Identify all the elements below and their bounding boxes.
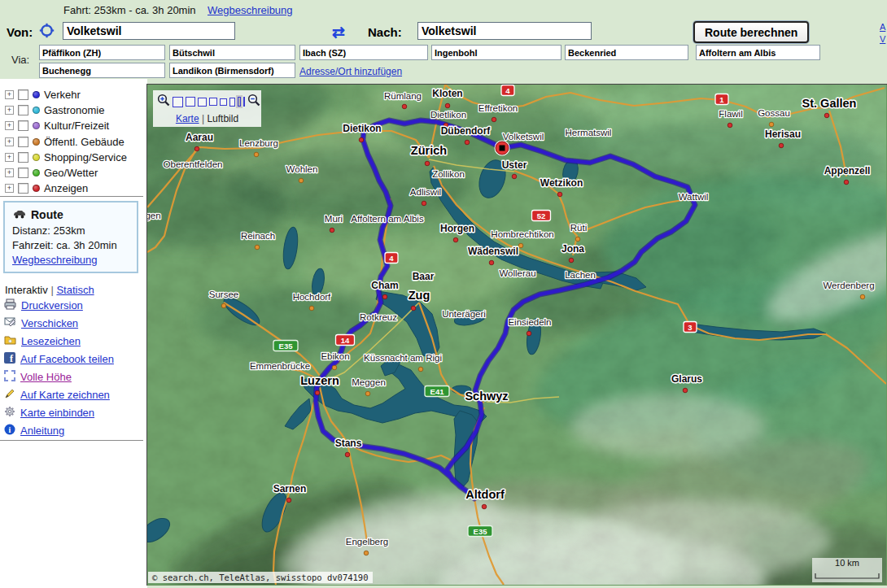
- sidebar-link[interactable]: Anleitung: [20, 425, 64, 437]
- swap-directions-icon[interactable]: ⇄: [332, 24, 345, 40]
- sidebar-link[interactable]: Karte einbinden: [20, 407, 94, 419]
- edge-link[interactable]: V: [880, 33, 887, 46]
- town-dot: [309, 306, 314, 311]
- via-input[interactable]: [299, 45, 428, 60]
- sidebar-link[interactable]: Druckversion: [21, 299, 83, 311]
- map-town-label: Jona: [561, 243, 584, 255]
- sidebar-link[interactable]: Auf Karte zeichnen: [20, 389, 110, 401]
- layer-row: + Geo/Wetter: [0, 165, 147, 181]
- satellite-map[interactable]: 41524143E35E41E35 RümlangKlotenDietlikon…: [147, 85, 886, 585]
- sidebar-link[interactable]: Lesezeichen: [21, 335, 81, 347]
- von-label: Von:: [7, 25, 33, 39]
- layer-checkbox[interactable]: [18, 168, 28, 178]
- embed-gear-icon: [4, 406, 15, 420]
- sidebar-link[interactable]: Verschicken: [21, 317, 78, 329]
- zoom-level-square[interactable]: [243, 97, 245, 107]
- route-wegbeschreibung-link[interactable]: Wegbeschreibung: [12, 254, 98, 266]
- map-town-label: Hombrechtikon: [491, 229, 553, 239]
- layer-checkbox[interactable]: [18, 152, 28, 163]
- marker-square: [500, 146, 505, 151]
- zoom-level-square[interactable]: [238, 97, 241, 107]
- zoom-level-square[interactable]: [229, 98, 235, 107]
- zoom-in-icon[interactable]: [157, 94, 170, 110]
- road-shield: E35: [468, 526, 492, 537]
- town-dot: [860, 294, 865, 299]
- map-town-label: Hochdorf: [293, 292, 331, 302]
- via-input[interactable]: [39, 45, 165, 60]
- via-input[interactable]: [169, 63, 295, 78]
- map-viewport[interactable]: 41524143E35E41E35 RümlangKlotenDietlikon…: [146, 84, 887, 586]
- sidebar-link-row: i Anleitung: [4, 423, 64, 438]
- clipped-edge-links[interactable]: AV: [880, 21, 887, 46]
- zoom-out-icon[interactable]: [247, 94, 260, 110]
- route-endpoint-marker: [495, 141, 510, 156]
- view-toggle: Interaktiv | Statisch: [5, 284, 94, 296]
- wegbeschreibung-link[interactable]: Wegbeschreibung: [208, 4, 293, 16]
- sidebar-link[interactable]: Volle Höhe: [20, 371, 72, 383]
- zoom-level-square[interactable]: [220, 98, 227, 106]
- town-dot: [418, 367, 423, 372]
- expand-plus-icon[interactable]: +: [5, 106, 14, 115]
- layer-checkbox[interactable]: [18, 105, 28, 115]
- expand-plus-icon[interactable]: +: [5, 90, 14, 99]
- map-town-label: Rümlang: [384, 91, 422, 101]
- layer-checkbox[interactable]: [18, 120, 28, 131]
- layer-color-dot: [33, 154, 40, 161]
- zoom-level-square[interactable]: [186, 97, 195, 107]
- zoom-level-square[interactable]: [198, 98, 207, 107]
- town-dot: [453, 237, 458, 242]
- von-input[interactable]: [63, 22, 235, 40]
- road-shield-number: 4: [505, 86, 510, 95]
- via-label: Via:: [11, 54, 29, 66]
- via-input[interactable]: [431, 45, 561, 60]
- via-input[interactable]: [39, 63, 165, 78]
- map-town-label: Unterägeri: [442, 309, 486, 319]
- expand-plus-icon[interactable]: +: [5, 121, 14, 130]
- road-shield-number: E41: [430, 387, 445, 396]
- edge-link[interactable]: A: [880, 21, 887, 33]
- road-shield: 4: [385, 253, 398, 264]
- view-toggle-statisch-link[interactable]: Statisch: [56, 284, 94, 296]
- road-shield-number: E35: [279, 342, 294, 351]
- car-icon: [12, 208, 27, 221]
- layer-checkbox[interactable]: [18, 137, 28, 147]
- layer-checkbox[interactable]: [18, 89, 28, 100]
- route-info-box: Route Distanz: 253km Fahrzeit: ca. 3h 20…: [3, 201, 138, 273]
- layer-color-dot: [33, 169, 40, 176]
- map-view-luftbild-current[interactable]: Luftbild: [207, 113, 238, 124]
- map-town-label: Horgen: [440, 223, 474, 234]
- layer-label: Geo/Wetter: [44, 167, 98, 179]
- expand-plus-icon[interactable]: +: [5, 168, 14, 177]
- town-dot: [411, 306, 416, 311]
- layer-color-dot: [33, 138, 40, 146]
- sidebar-link[interactable]: Auf Facebook teilen: [20, 353, 114, 365]
- zoom-level-selector[interactable]: [173, 97, 245, 107]
- via-input[interactable]: [169, 45, 295, 60]
- via-input[interactable]: [565, 45, 688, 60]
- sidebar-link-row: Karte einbinden: [4, 405, 94, 420]
- road-shield: E41: [425, 386, 449, 397]
- route-berechnen-button[interactable]: Route berechnen: [693, 21, 809, 43]
- expand-plus-icon[interactable]: +: [5, 153, 14, 162]
- zoom-level-square[interactable]: [173, 97, 183, 107]
- expand-plus-icon[interactable]: +: [5, 137, 14, 146]
- layer-row: + Shopping/Service: [0, 150, 147, 165]
- road-shield: E35: [273, 341, 298, 351]
- route-planner-app: Fahrt: 253km - ca. 3h 20min Wegbeschreib…: [0, 0, 887, 588]
- map-scale: 10 km: [812, 558, 882, 582]
- town-dot: [527, 331, 531, 336]
- nach-input[interactable]: [417, 22, 592, 40]
- layer-checkbox[interactable]: [18, 183, 28, 194]
- zoom-level-square[interactable]: [209, 98, 217, 106]
- locate-crosshair-icon[interactable]: [39, 23, 55, 41]
- via-input[interactable]: [696, 45, 820, 60]
- facebook-icon: f: [4, 352, 15, 366]
- town-dot: [482, 504, 487, 509]
- add-address-link[interactable]: Adresse/Ort hinzufügen: [299, 66, 402, 77]
- expand-plus-icon[interactable]: +: [5, 184, 14, 193]
- map-town-label: Engelberg: [346, 537, 388, 547]
- map-view-karte-link[interactable]: Karte: [176, 113, 199, 124]
- road-shield-number: 3: [688, 323, 692, 332]
- bookmark-folder-icon: [4, 334, 16, 347]
- map-town-label: Reinach: [241, 231, 275, 241]
